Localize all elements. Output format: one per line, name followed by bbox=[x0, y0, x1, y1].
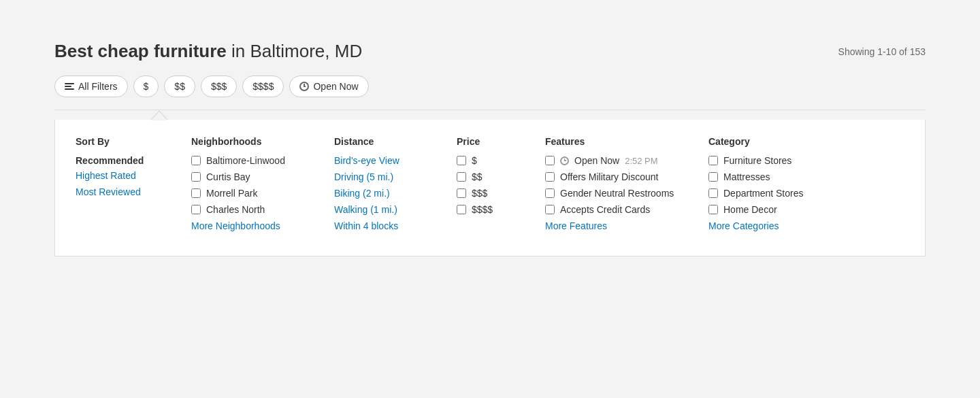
price-3-label: $$$ bbox=[211, 81, 227, 92]
category-mattresses-label: Mattresses bbox=[723, 171, 770, 182]
price-1-checkbox[interactable] bbox=[457, 156, 466, 165]
neighborhood-baltimore-linwood[interactable]: Baltimore-Linwood bbox=[191, 155, 314, 166]
open-now-label: Open Now bbox=[313, 81, 358, 92]
feature-gender-neutral[interactable]: Gender Neutral Restrooms bbox=[545, 188, 688, 199]
price-2-option-label: $$ bbox=[472, 171, 483, 182]
price-2-checkbox[interactable] bbox=[457, 172, 466, 182]
feature-open-now-checkbox[interactable] bbox=[545, 156, 555, 165]
neighborhood-morrell-park[interactable]: Morrell Park bbox=[191, 188, 314, 199]
distance-biking[interactable]: Biking (2 mi.) bbox=[334, 188, 436, 199]
feature-open-now-label: Open Now bbox=[574, 155, 619, 166]
distance-section: Distance Bird's-eye View Driving (5 mi.)… bbox=[334, 136, 450, 237]
category-home-decor[interactable]: Home Decor bbox=[708, 204, 831, 215]
price-4-label: $$$$ bbox=[252, 81, 274, 92]
neighborhood-charles-north[interactable]: Charles North bbox=[191, 204, 314, 215]
neighborhood-baltimore-linwood-checkbox[interactable] bbox=[191, 156, 201, 165]
category-mattresses-checkbox[interactable] bbox=[708, 172, 718, 182]
price-1-option[interactable]: $ bbox=[457, 155, 525, 166]
feature-open-now-time: 2:52 PM bbox=[625, 156, 657, 166]
category-home-decor-label: Home Decor bbox=[723, 204, 777, 215]
feature-credit-cards-checkbox[interactable] bbox=[545, 205, 555, 214]
filters-panel-wrapper: Sort By Recommended Highest Rated Most R… bbox=[54, 110, 926, 256]
neighborhood-baltimore-linwood-label: Baltimore-Linwood bbox=[206, 155, 285, 166]
neighborhood-charles-north-label: Charles North bbox=[206, 204, 265, 215]
price-4-button[interactable]: $$$$ bbox=[242, 76, 284, 97]
category-section: Category Furniture Stores Mattresses Dep… bbox=[708, 136, 845, 237]
feature-credit-cards[interactable]: Accepts Credit Cards bbox=[545, 204, 688, 215]
price-4-checkbox[interactable] bbox=[457, 205, 466, 214]
neighborhood-morrell-park-checkbox[interactable] bbox=[191, 188, 201, 198]
page-container: Best cheap furniture in Baltimore, MD Sh… bbox=[0, 0, 980, 284]
sort-section: Sort By Recommended Highest Rated Most R… bbox=[76, 136, 184, 237]
title-normal: in Baltimore, MD bbox=[227, 41, 362, 61]
features-section: Features Open Now 2:52 PM Offers Militar… bbox=[545, 136, 702, 237]
all-filters-button[interactable]: All Filters bbox=[54, 76, 128, 97]
page-title: Best cheap furniture in Baltimore, MD bbox=[54, 41, 362, 62]
feature-military-discount-checkbox[interactable] bbox=[545, 172, 555, 182]
price-2-button[interactable]: $$ bbox=[164, 76, 195, 97]
more-neighborhoods-link[interactable]: More Neighborhoods bbox=[191, 220, 314, 231]
sort-title: Sort By bbox=[76, 136, 171, 147]
more-categories-link[interactable]: More Categories bbox=[708, 220, 831, 231]
category-title: Category bbox=[708, 136, 831, 147]
price-4-option[interactable]: $$$$ bbox=[457, 204, 525, 215]
caret-wrapper bbox=[54, 110, 926, 120]
category-department-stores-checkbox[interactable] bbox=[708, 188, 718, 198]
feature-credit-cards-label: Accepts Credit Cards bbox=[560, 204, 650, 215]
feature-military-discount-label: Offers Military Discount bbox=[560, 171, 658, 182]
neighborhood-curtis-bay-label: Curtis Bay bbox=[206, 171, 250, 182]
filters-panel: Sort By Recommended Highest Rated Most R… bbox=[54, 120, 926, 256]
neighborhoods-section: Neighborhoods Baltimore-Linwood Curtis B… bbox=[191, 136, 327, 237]
price-3-option[interactable]: $$$ bbox=[457, 188, 525, 199]
price-1-button[interactable]: $ bbox=[133, 76, 159, 97]
neighborhood-morrell-park-label: Morrell Park bbox=[206, 188, 257, 199]
filter-lines-icon bbox=[65, 83, 74, 90]
feature-gender-neutral-checkbox[interactable] bbox=[545, 188, 555, 198]
filter-bar: All Filters $ $$ $$$ $$$$ Open Now bbox=[54, 76, 926, 97]
neighborhood-curtis-bay[interactable]: Curtis Bay bbox=[191, 171, 314, 182]
clock-icon bbox=[299, 82, 309, 91]
neighborhood-charles-north-checkbox[interactable] bbox=[191, 205, 201, 214]
distance-within-blocks[interactable]: Within 4 blocks bbox=[334, 220, 436, 231]
distance-driving[interactable]: Driving (5 mi.) bbox=[334, 171, 436, 182]
more-features-link[interactable]: More Features bbox=[545, 220, 688, 231]
category-mattresses[interactable]: Mattresses bbox=[708, 171, 831, 182]
price-2-label: $$ bbox=[174, 81, 185, 92]
category-department-stores-label: Department Stores bbox=[723, 188, 804, 199]
distance-birds-eye[interactable]: Bird's-eye View bbox=[334, 155, 436, 166]
price-1-option-label: $ bbox=[472, 155, 477, 166]
open-now-button[interactable]: Open Now bbox=[289, 76, 368, 97]
sort-recommended: Recommended bbox=[76, 155, 171, 166]
category-furniture-stores[interactable]: Furniture Stores bbox=[708, 155, 831, 166]
price-2-option[interactable]: $$ bbox=[457, 171, 525, 182]
feature-military-discount[interactable]: Offers Military Discount bbox=[545, 171, 688, 182]
distance-title: Distance bbox=[334, 136, 436, 147]
sort-most-reviewed[interactable]: Most Reviewed bbox=[76, 186, 171, 197]
price-3-checkbox[interactable] bbox=[457, 188, 466, 198]
price-section: Price $ $$ $$$ $$$$ bbox=[457, 136, 538, 237]
feature-open-now[interactable]: Open Now 2:52 PM bbox=[545, 155, 688, 166]
sort-highest-rated[interactable]: Highest Rated bbox=[76, 170, 171, 181]
price-4-option-label: $$$$ bbox=[472, 204, 493, 215]
neighborhoods-title: Neighborhoods bbox=[191, 136, 314, 147]
category-furniture-stores-label: Furniture Stores bbox=[723, 155, 791, 166]
feature-gender-neutral-label: Gender Neutral Restrooms bbox=[560, 188, 674, 199]
feature-open-now-icon bbox=[560, 156, 569, 165]
distance-walking[interactable]: Walking (1 mi.) bbox=[334, 204, 436, 215]
features-title: Features bbox=[545, 136, 688, 147]
title-bold: Best cheap furniture bbox=[54, 41, 227, 61]
results-count: Showing 1-10 of 153 bbox=[838, 46, 926, 57]
all-filters-label: All Filters bbox=[78, 81, 118, 92]
price-title: Price bbox=[457, 136, 525, 147]
category-home-decor-checkbox[interactable] bbox=[708, 205, 718, 214]
price-1-label: $ bbox=[144, 81, 149, 92]
neighborhood-curtis-bay-checkbox[interactable] bbox=[191, 172, 201, 182]
price-3-button[interactable]: $$$ bbox=[201, 76, 237, 97]
category-furniture-stores-checkbox[interactable] bbox=[708, 156, 718, 165]
header-row: Best cheap furniture in Baltimore, MD Sh… bbox=[54, 41, 926, 62]
caret-up-icon bbox=[150, 110, 168, 120]
price-3-option-label: $$$ bbox=[472, 188, 487, 199]
category-department-stores[interactable]: Department Stores bbox=[708, 188, 831, 199]
